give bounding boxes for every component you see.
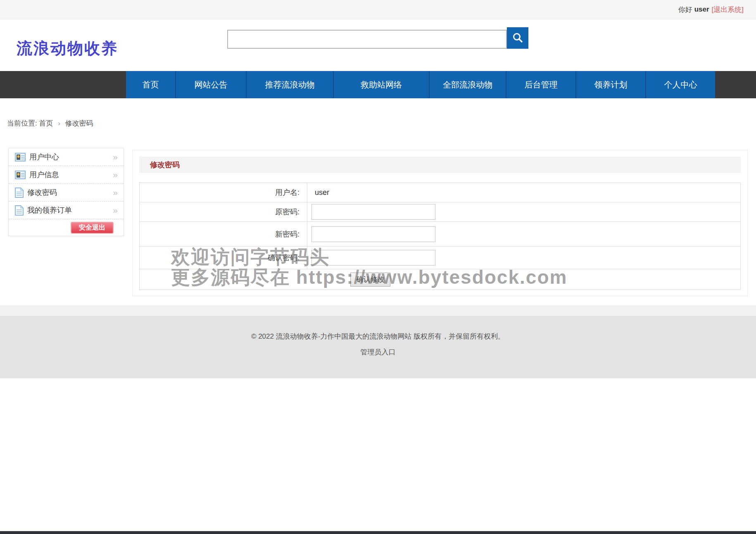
nav-item-all-animals[interactable]: 全部流浪动物 xyxy=(430,71,506,98)
bottom-edge-bar xyxy=(0,531,756,534)
main-nav: 首页 网站公告 推荐流浪动物 救助站网络 全部流浪动物 后台管理 领养计划 个人… xyxy=(0,71,756,98)
old-password-label: 原密码: xyxy=(140,202,307,221)
user-sidebar: 用户中心 » 用户信息 » 修改密码 » xyxy=(8,148,124,236)
admin-entry-link[interactable]: 管理员入口 xyxy=(361,347,396,357)
logout-link[interactable]: [退出系统] xyxy=(712,5,744,14)
copyright-text: © 2022 流浪动物收养-力作中国最大的流浪动物网站 版权所有，并保留所有权利… xyxy=(251,332,505,341)
panel-title: 修改密码 xyxy=(139,157,741,173)
username-value: user xyxy=(307,188,740,197)
breadcrumb-prefix: 当前位置: xyxy=(7,119,37,127)
confirm-change-button[interactable]: 确认修改 xyxy=(350,273,390,287)
confirm-password-label: 确认密码: xyxy=(140,247,307,269)
magnifier-icon xyxy=(511,32,524,44)
change-password-panel: 修改密码 用户名: user 原密码: 新密码: 确认密码: 确认修改 xyxy=(132,150,748,296)
change-password-form: 用户名: user 原密码: 新密码: 确认密码: 确认修改 xyxy=(139,183,741,290)
sidebar-item-user-info[interactable]: 用户信息 » xyxy=(9,166,124,184)
user-card-icon xyxy=(15,153,26,161)
form-row-new-password: 新密码: xyxy=(140,222,740,247)
sidebar-item-label: 用户中心 xyxy=(29,152,59,162)
chevron-right-icon: » xyxy=(113,152,118,162)
site-logo[interactable]: 流浪动物收养 xyxy=(17,38,118,59)
search-input[interactable] xyxy=(227,30,507,49)
breadcrumb: 当前位置: 首页 › 修改密码 xyxy=(7,119,93,128)
new-password-label: 新密码: xyxy=(140,222,307,246)
nav-items: 首页 网站公告 推荐流浪动物 救助站网络 全部流浪动物 后台管理 领养计划 个人… xyxy=(126,71,715,98)
sidebar-logout-row: 安全退出 xyxy=(9,219,124,236)
confirm-password-input[interactable] xyxy=(311,250,435,266)
document-icon xyxy=(15,205,24,216)
username-label: 用户名: xyxy=(140,183,307,202)
topbar: 你好 user [退出系统] xyxy=(0,0,756,19)
nav-item-adoption-plan[interactable]: 领养计划 xyxy=(576,71,646,98)
old-password-input[interactable] xyxy=(311,204,435,220)
nav-item-home[interactable]: 首页 xyxy=(126,71,176,98)
form-row-confirm-password: 确认密码: xyxy=(140,247,740,269)
chevron-right-icon: » xyxy=(113,187,118,197)
sidebar-item-label: 我的领养订单 xyxy=(27,205,72,215)
search-button[interactable] xyxy=(507,27,528,49)
site-header: 流浪动物收养 xyxy=(0,20,756,71)
form-row-username: 用户名: user xyxy=(140,183,740,202)
form-row-submit: 确认修改 xyxy=(140,269,740,290)
chevron-right-icon: » xyxy=(113,170,118,180)
new-password-input[interactable] xyxy=(311,226,435,242)
safe-logout-button[interactable]: 安全退出 xyxy=(71,222,114,234)
greeting-text: 你好 xyxy=(678,5,692,14)
form-row-old-password: 原密码: xyxy=(140,202,740,222)
breadcrumb-home-link[interactable]: 首页 xyxy=(39,119,53,127)
user-card-icon xyxy=(15,171,26,179)
site-footer: © 2022 流浪动物收养-力作中国最大的流浪动物网站 版权所有，并保留所有权利… xyxy=(0,316,756,378)
nav-item-personal-center[interactable]: 个人中心 xyxy=(646,71,715,98)
sidebar-item-label: 修改密码 xyxy=(27,187,57,197)
sidebar-item-my-adoption-orders[interactable]: 我的领养订单 » xyxy=(9,202,124,219)
sidebar-item-user-center[interactable]: 用户中心 » xyxy=(9,148,124,166)
chevron-right-icon: » xyxy=(113,205,118,215)
nav-item-rescue-network[interactable]: 救助站网络 xyxy=(334,71,430,98)
nav-item-recommended-animals[interactable]: 推荐流浪动物 xyxy=(247,71,334,98)
breadcrumb-current: 修改密码 xyxy=(65,119,93,127)
username-text: user xyxy=(694,5,709,14)
sidebar-item-change-password[interactable]: 修改密码 » xyxy=(9,184,124,202)
document-icon xyxy=(15,187,24,198)
sidebar-item-label: 用户信息 xyxy=(29,170,59,180)
breadcrumb-separator-icon: › xyxy=(58,119,60,127)
footer-top-strip xyxy=(0,305,756,316)
nav-item-announcements[interactable]: 网站公告 xyxy=(176,71,247,98)
nav-item-admin[interactable]: 后台管理 xyxy=(506,71,576,98)
